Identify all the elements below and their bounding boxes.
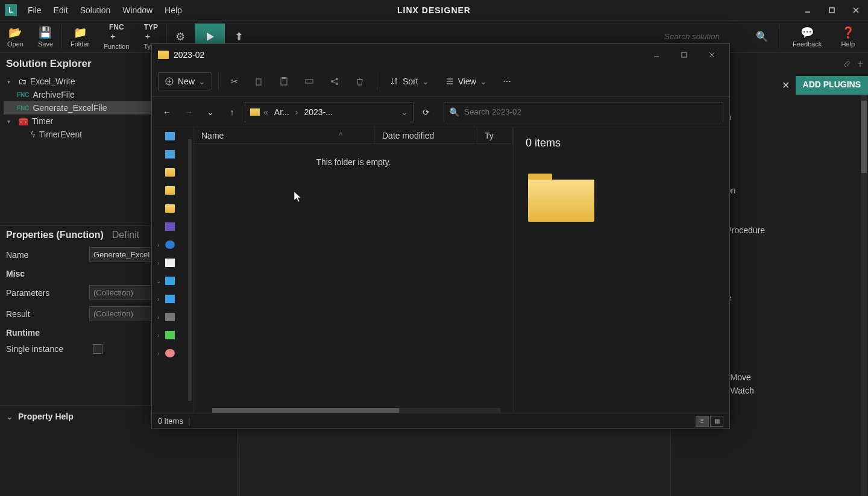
svg-rect-12 <box>256 79 261 85</box>
rename-icon <box>304 77 314 86</box>
side-item[interactable]: › <box>152 294 193 304</box>
view-button[interactable]: View⌄ <box>439 73 493 90</box>
close-button[interactable] <box>844 1 868 19</box>
crumb-2[interactable]: 2023-... <box>301 107 335 117</box>
menu-window[interactable]: Window <box>116 0 159 20</box>
side-item[interactable] <box>152 221 193 232</box>
side-item[interactable] <box>152 185 193 196</box>
fnc-badge: FNC <box>17 92 30 98</box>
menu-edit[interactable]: Edit <box>48 0 74 20</box>
file-icon <box>165 259 175 267</box>
side-item[interactable]: › <box>152 348 193 359</box>
nav-forward[interactable]: → <box>180 103 198 121</box>
help-button[interactable]: ❓Help <box>834 24 862 50</box>
side-item[interactable]: › <box>152 257 193 268</box>
address-bar[interactable]: « Ar... › 2023-... ⌄ <box>245 102 414 122</box>
maximize-button[interactable] <box>820 1 844 19</box>
upload-button[interactable]: ⬆ <box>227 28 251 46</box>
sort-button[interactable]: Sort⌄ <box>383 73 435 90</box>
settings-button[interactable]: ⚙ <box>168 28 192 46</box>
side-item[interactable] <box>152 149 193 160</box>
refresh-button[interactable]: ⟳ <box>417 103 435 121</box>
sort-indicator-icon: ^ <box>339 131 343 140</box>
fe-title: 2023-02 <box>174 50 204 60</box>
plus-circle-icon <box>165 77 174 86</box>
search-solution-input[interactable] <box>662 30 746 43</box>
add-plugins-button[interactable]: ADD PLUGINS <box>796 76 868 95</box>
chevron-down-icon[interactable]: ▾ <box>7 78 14 85</box>
side-icon <box>165 222 175 231</box>
fe-minimize-button[interactable] <box>645 46 668 63</box>
fnc-badge: FNC <box>17 105 30 111</box>
cut-icon: ✂ <box>231 77 238 86</box>
chevron-down-icon[interactable]: ⌄ <box>401 107 408 117</box>
feedback-button[interactable]: 💬Feedback <box>785 24 829 50</box>
tab-definition[interactable]: Definit <box>112 230 139 240</box>
function-button[interactable]: FNC＋Function <box>96 20 136 52</box>
side-item[interactable]: ⌄ <box>152 275 193 286</box>
rename-button[interactable] <box>298 73 320 90</box>
chevron-icon: « <box>263 107 268 117</box>
crumb-1[interactable]: Ar... <box>272 107 292 117</box>
h-scrollbar-thumb[interactable] <box>212 408 399 413</box>
fe-search-box[interactable]: 🔍 <box>444 102 723 122</box>
side-item[interactable] <box>152 167 193 178</box>
tab-properties[interactable]: Properties (Function) <box>6 230 104 240</box>
side-item[interactable]: › <box>152 239 193 250</box>
col-name[interactable]: Name^ <box>194 127 375 143</box>
fe-file-list: Name^ Date modified Ty This folder is em… <box>194 127 514 413</box>
restore-icon[interactable] <box>843 60 852 69</box>
ellipsis-icon: ⋯ <box>503 77 511 86</box>
plugins-close-button[interactable]: ✕ <box>776 76 796 95</box>
toolbar-sep <box>61 25 62 49</box>
large-folder-icon <box>528 174 594 222</box>
toolbar-sep3 <box>779 25 779 49</box>
view-details-button[interactable]: ≡ <box>696 416 709 427</box>
side-icon <box>165 331 175 339</box>
more-button[interactable]: ⋯ <box>497 73 517 90</box>
search-icon[interactable]: 🔍 <box>751 31 773 42</box>
paste-button[interactable] <box>273 73 295 90</box>
nav-recent[interactable]: ⌄ <box>201 103 219 121</box>
side-item[interactable] <box>152 131 193 142</box>
side-item[interactable] <box>152 203 193 214</box>
col-date[interactable]: Date modified <box>375 127 477 143</box>
cut-button[interactable]: ✂ <box>225 73 244 90</box>
menu-file[interactable]: File <box>22 0 48 20</box>
pin-icon[interactable] <box>856 60 866 69</box>
side-item[interactable]: › <box>152 330 193 341</box>
fe-sidebar: › › ⌄ › › › › <box>152 127 194 413</box>
copy-button[interactable] <box>248 73 269 90</box>
share-button[interactable] <box>324 73 345 90</box>
fe-close-button[interactable] <box>700 46 723 63</box>
folder-button[interactable]: 📁Folder <box>63 24 96 50</box>
window-controls <box>796 1 868 19</box>
single-instance-checkbox[interactable] <box>93 344 102 354</box>
sidebar-scrollbar[interactable] <box>188 139 192 401</box>
menu-help[interactable]: Help <box>159 0 188 20</box>
fe-new-button[interactable]: New ⌄ <box>158 72 212 90</box>
open-button[interactable]: 📂Open <box>0 24 31 50</box>
save-button[interactable]: 💾Save <box>31 24 60 50</box>
view-tiles-button[interactable]: ▦ <box>710 416 723 427</box>
scrollbar-thumb[interactable] <box>861 101 867 173</box>
preview-count: 0 items <box>526 137 717 149</box>
menu-solution[interactable]: Solution <box>74 0 117 20</box>
nav-back[interactable]: ← <box>158 103 176 121</box>
svg-rect-15 <box>306 80 313 83</box>
nav-up[interactable]: ↑ <box>223 103 241 121</box>
fe-search-input[interactable] <box>464 107 718 116</box>
svg-point-16 <box>331 80 333 83</box>
app-logo: L <box>5 4 17 16</box>
chevron-down-icon[interactable]: ▾ <box>7 118 14 125</box>
chevron-down-icon: ⌄ <box>422 77 429 86</box>
fe-titlebar[interactable]: 2023-02 <box>152 44 729 66</box>
delete-button[interactable] <box>349 73 371 90</box>
col-type[interactable]: Ty <box>477 127 513 143</box>
side-icon <box>165 132 175 140</box>
side-item[interactable]: › <box>152 312 193 322</box>
fe-maximize-button[interactable] <box>673 46 696 63</box>
timer-icon: 🧰 <box>18 116 28 126</box>
menubar: L File Edit Solution Window Help LINX DE… <box>0 0 868 20</box>
minimize-button[interactable] <box>796 1 820 19</box>
